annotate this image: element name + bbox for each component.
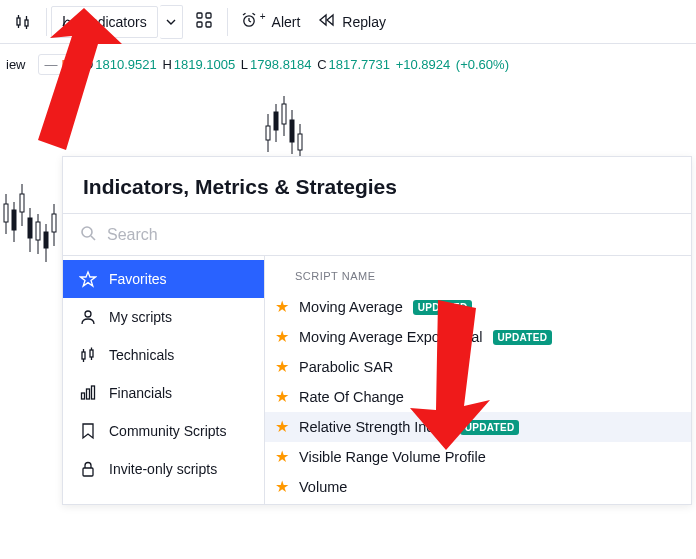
top-toolbar: Indicators + Alert Replay	[0, 0, 696, 44]
dialog-sidebar: FavoritesMy scriptsTechnicalsFinancialsC…	[63, 256, 265, 504]
svg-rect-32	[20, 194, 24, 212]
indicators-dropdown-button[interactable]	[160, 5, 183, 39]
alert-button[interactable]: + Alert	[232, 5, 309, 38]
symbol-visibility-button[interactable]: — E	[38, 54, 78, 75]
star-icon[interactable]: ★	[275, 329, 289, 345]
script-row[interactable]: ★Parabolic SAR	[265, 352, 691, 382]
lock-icon	[79, 460, 97, 478]
svg-rect-3	[25, 20, 28, 26]
sidebar-item-financials[interactable]: Financials	[63, 374, 264, 412]
svg-line-14	[249, 21, 251, 22]
grid-icon	[195, 11, 213, 32]
star-icon[interactable]: ★	[275, 479, 289, 495]
script-label: Rate Of Change	[299, 389, 404, 405]
replay-button[interactable]: Replay	[310, 5, 394, 38]
symbol-hint: E	[62, 57, 71, 72]
rewind-icon	[318, 11, 336, 32]
script-row[interactable]: ★Relative Strength IndexUPDATED	[265, 412, 691, 442]
sidebar-item-favorites[interactable]: Favorites	[63, 260, 264, 298]
star-icon[interactable]: ★	[275, 359, 289, 375]
svg-rect-10	[197, 22, 202, 27]
script-row[interactable]: ★Moving Average ExponentialUPDATED	[265, 322, 691, 352]
sidebar-item-community[interactable]: Community Scripts	[63, 412, 264, 450]
minus-icon: —	[45, 57, 58, 72]
script-list-header: SCRIPT NAME	[265, 256, 691, 292]
person-icon	[79, 308, 97, 326]
sidebar-item-label: My scripts	[109, 309, 172, 325]
indicators-dialog: Indicators, Metrics & Strategies Favorit…	[62, 156, 692, 505]
sidebar-item-label: Invite-only scripts	[109, 461, 217, 477]
toolbar-separator	[227, 8, 228, 36]
svg-line-42	[91, 236, 95, 240]
svg-rect-8	[197, 13, 202, 18]
indicators-button[interactable]: Indicators	[51, 6, 158, 38]
svg-rect-36	[36, 222, 40, 240]
star-outline-icon	[79, 270, 97, 288]
sidebar-item-label: Financials	[109, 385, 172, 401]
star-icon[interactable]: ★	[275, 419, 289, 435]
alarm-icon	[240, 11, 258, 32]
chart-style-button[interactable]	[4, 7, 42, 37]
svg-rect-44	[82, 352, 85, 359]
bookmark-icon	[79, 422, 97, 440]
updated-badge: UPDATED	[460, 420, 520, 435]
svg-rect-9	[206, 13, 211, 18]
sidebar-item-invite-only[interactable]: Invite-only scripts	[63, 450, 264, 488]
svg-rect-0	[17, 18, 20, 25]
search-icon	[79, 224, 97, 245]
view-label: iew	[6, 57, 26, 72]
plus-icon: +	[260, 11, 266, 22]
alert-label: Alert	[272, 14, 301, 30]
bars-icon	[79, 384, 97, 402]
script-row[interactable]: ★Moving AverageUPDATED	[265, 292, 691, 322]
svg-point-43	[85, 311, 91, 317]
sidebar-item-label: Favorites	[109, 271, 167, 287]
updated-badge: UPDATED	[493, 330, 553, 345]
svg-rect-30	[12, 210, 16, 230]
script-label: Relative Strength Index	[299, 419, 450, 435]
sidebar-item-my-scripts[interactable]: My scripts	[63, 298, 264, 336]
svg-rect-47	[90, 350, 93, 357]
sidebar-item-label: Community Scripts	[109, 423, 226, 439]
script-row[interactable]: ★Rate Of Change	[265, 382, 691, 412]
ohlc-values: O1810.9521 H1819.1005 L1798.8184 C1817.7…	[83, 57, 511, 72]
script-row[interactable]: ★Volume	[265, 472, 691, 502]
star-icon[interactable]: ★	[275, 389, 289, 405]
ohlc-bar: iew — E O1810.9521 H1819.1005 L1798.8184…	[0, 44, 696, 84]
dialog-search[interactable]	[63, 213, 691, 256]
svg-rect-28	[4, 204, 8, 222]
script-label: Parabolic SAR	[299, 359, 393, 375]
svg-rect-26	[298, 134, 302, 150]
svg-rect-38	[44, 232, 48, 248]
script-label: Visible Range Volume Profile	[299, 449, 486, 465]
svg-rect-18	[266, 126, 270, 140]
script-list: SCRIPT NAME ★Moving AverageUPDATED★Movin…	[265, 256, 691, 504]
templates-button[interactable]	[185, 5, 223, 38]
script-label: Moving Average Exponential	[299, 329, 483, 345]
svg-rect-24	[290, 120, 294, 142]
script-label: Volume	[299, 479, 347, 495]
toolbar-separator	[46, 8, 47, 36]
candles-icon	[79, 346, 97, 364]
svg-rect-11	[206, 22, 211, 27]
svg-rect-53	[83, 468, 93, 476]
star-icon[interactable]: ★	[275, 299, 289, 315]
svg-point-41	[82, 227, 92, 237]
star-icon[interactable]: ★	[275, 449, 289, 465]
chevron-down-icon	[166, 14, 176, 30]
svg-rect-52	[92, 386, 95, 399]
svg-rect-51	[87, 389, 90, 399]
dialog-title: Indicators, Metrics & Strategies	[63, 157, 691, 213]
svg-rect-34	[28, 218, 32, 238]
sidebar-item-technicals[interactable]: Technicals	[63, 336, 264, 374]
svg-rect-50	[82, 393, 85, 399]
sidebar-item-label: Technicals	[109, 347, 174, 363]
indicators-label: Indicators	[86, 14, 147, 30]
indicators-icon	[62, 13, 80, 31]
script-label: Moving Average	[299, 299, 403, 315]
svg-line-16	[252, 13, 255, 15]
script-row[interactable]: ★Visible Range Volume Profile	[265, 442, 691, 472]
candlestick-icon	[14, 13, 32, 31]
search-input[interactable]	[107, 226, 675, 244]
svg-line-15	[243, 13, 246, 15]
